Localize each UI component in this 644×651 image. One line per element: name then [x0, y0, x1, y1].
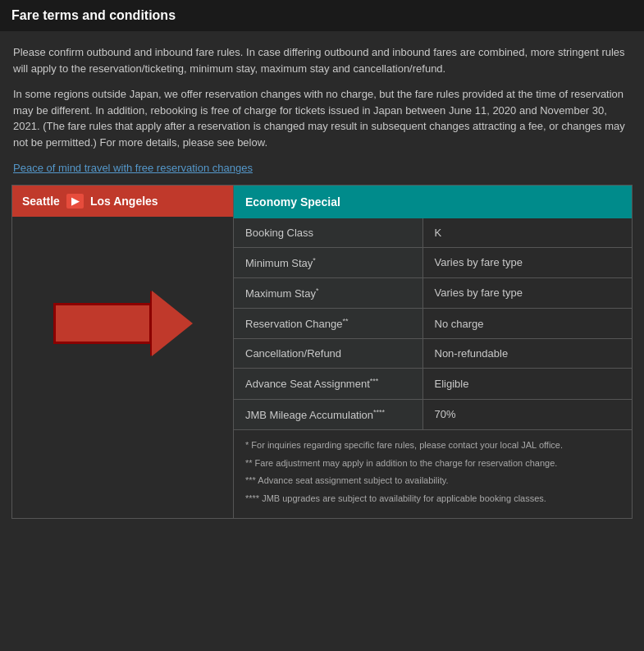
footnote-item: **** JMB upgrades are subject to availab…	[245, 492, 620, 507]
route-column: Seattle ▶ Los Angeles	[12, 186, 234, 518]
row-label: Advance Seat Assignment***	[234, 369, 422, 399]
row-label: Minimum Stay*	[234, 247, 422, 277]
fare-table-container: Seattle ▶ Los Angeles Economy Special Bo…	[11, 185, 633, 519]
row-label: Maximum Stay*	[234, 277, 422, 308]
route-header: Seattle ▶ Los Angeles	[12, 186, 233, 217]
table-row: Cancellation/RefundNon-refundable	[234, 339, 632, 369]
route-arrow-icon: ▶	[66, 194, 84, 209]
table-row: Booking ClassK	[234, 218, 632, 248]
header-bar: Fare terms and conditions	[0, 0, 644, 31]
row-label: Reservation Change**	[234, 309, 422, 339]
table-row: Advance Seat Assignment***Eligible	[234, 369, 632, 399]
fare-details-table: Booking ClassKMinimum Stay*Varies by far…	[234, 218, 632, 430]
row-value: Varies by fare type	[422, 277, 632, 308]
big-arrow	[53, 291, 193, 356]
row-value: 70%	[422, 399, 632, 429]
row-value: Non-refundable	[422, 339, 632, 369]
description-paragraph-1: Please confirm outbound and inbound fare…	[13, 44, 631, 76]
table-row: Minimum Stay*Varies by fare type	[234, 247, 632, 277]
footnote-item: ** Fare adjustment may apply in addition…	[245, 456, 620, 471]
route-from: Seattle	[22, 195, 60, 208]
footnotes-area: * For inquiries regarding specific fare …	[234, 429, 632, 517]
fare-title: Economy Special	[234, 186, 632, 218]
row-label: JMB Mileage Accumulation****	[234, 399, 422, 429]
footnote-item: * For inquiries regarding specific fare …	[245, 438, 620, 453]
route-to: Los Angeles	[90, 195, 158, 208]
arrow-body	[53, 303, 152, 344]
arrow-container	[12, 217, 233, 430]
description-area: Please confirm outbound and inbound fare…	[0, 31, 644, 185]
row-value: Eligible	[422, 369, 632, 399]
table-row: Reservation Change**No charge	[234, 309, 632, 339]
peace-of-mind-link[interactable]: Peace of mind travel with free reservati…	[13, 162, 253, 174]
row-label: Booking Class	[234, 218, 422, 248]
fare-column: Economy Special Booking ClassKMinimum St…	[234, 186, 632, 518]
table-row: Maximum Stay*Varies by fare type	[234, 277, 632, 308]
description-paragraph-2: In some regions outside Japan, we offer …	[13, 86, 631, 150]
row-value: No charge	[422, 309, 632, 339]
row-value: K	[422, 218, 632, 248]
arrow-head	[152, 291, 193, 356]
footnote-item: *** Advance seat assignment subject to a…	[245, 474, 620, 488]
page-title: Fare terms and conditions	[11, 8, 176, 23]
row-label: Cancellation/Refund	[234, 339, 422, 369]
row-value: Varies by fare type	[422, 247, 632, 277]
table-row: JMB Mileage Accumulation****70%	[234, 399, 632, 429]
